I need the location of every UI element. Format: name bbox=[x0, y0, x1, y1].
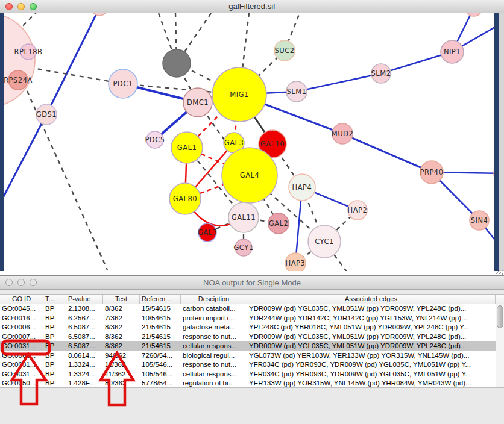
node-label-slm2: SLM2 bbox=[371, 69, 391, 78]
column-header-p-value[interactable]: P-value bbox=[66, 295, 103, 304]
p-value-cell[interactable]: 6.5087... bbox=[66, 323, 103, 332]
description-cell[interactable]: galactose meta... bbox=[181, 323, 247, 332]
column-header-referen[interactable]: Referen... bbox=[140, 295, 181, 304]
description-cell[interactable]: response to nut... bbox=[181, 360, 247, 370]
edge-dashed[interactable] bbox=[13, 60, 107, 270]
column-header-t[interactable]: T... bbox=[43, 295, 66, 304]
test-cell[interactable]: 8/362 bbox=[103, 323, 140, 332]
column-header-test[interactable]: Test bbox=[103, 295, 140, 304]
table-row[interactable]: GO:0007...BP6.5087...8/36221/54615respon… bbox=[0, 332, 496, 342]
edge-blue[interactable] bbox=[2, 114, 46, 199]
reference-cell[interactable]: 10/54615 bbox=[140, 314, 181, 323]
go-id-cell[interactable]: GO:0031... bbox=[0, 341, 43, 351]
edge-blue[interactable] bbox=[297, 73, 381, 92]
go-id-cell[interactable]: GO:0045... bbox=[0, 304, 43, 314]
node-label-gal11: GAL11 bbox=[232, 213, 256, 222]
associated-edges-cell[interactable]: YFR034C (pd) YBR093C, YDR009W (pd) YGL03… bbox=[247, 360, 496, 370]
network-window-titlebar[interactable]: galFiltered.sif bbox=[0, 0, 504, 13]
type-cell[interactable]: BP bbox=[43, 341, 66, 351]
associated-edges-cell[interactable]: YGL073W (pd) YER103W, YER133W (pp) YOR31… bbox=[247, 351, 496, 361]
node-pink-top2[interactable] bbox=[465, 13, 482, 16]
p-value-cell[interactable]: 8.0614... bbox=[66, 351, 103, 361]
go-id-cell[interactable]: GO:0065... bbox=[0, 351, 43, 361]
reference-cell[interactable]: 5778/54... bbox=[140, 379, 181, 387]
table-row[interactable]: GO:0065...BP8.0614...94/3627260/54...bio… bbox=[0, 351, 496, 361]
reference-cell[interactable]: 105/546... bbox=[140, 360, 181, 370]
description-cell[interactable]: biological regul... bbox=[181, 351, 247, 361]
associated-edges-cell[interactable]: YDR244W (pp) YDR142C, YDR142C (pp) YGL15… bbox=[247, 314, 496, 323]
reference-cell[interactable]: 7260/54... bbox=[140, 351, 181, 361]
column-header-desciption[interactable]: Desciption bbox=[181, 295, 247, 304]
reference-cell[interactable]: 105/546... bbox=[140, 370, 181, 379]
p-value-cell[interactable]: 6.2567... bbox=[66, 314, 103, 323]
column-header-associated-edges[interactable]: Associated edges bbox=[247, 295, 496, 304]
type-cell[interactable]: BP bbox=[43, 314, 66, 323]
go-id-cell[interactable]: GO:0031... bbox=[0, 360, 43, 370]
go-id-cell[interactable]: GO:0016... bbox=[0, 314, 43, 323]
p-value-cell[interactable]: 6.5087... bbox=[66, 332, 103, 342]
reference-cell[interactable]: 21/54615 bbox=[140, 341, 181, 351]
go-id-cell[interactable]: GO:0007... bbox=[0, 332, 43, 342]
table-row[interactable]: GO:0006...BP6.5087...8/36221/54615galact… bbox=[0, 323, 496, 332]
table-row[interactable]: GO:0031...BP6.5087...8/36221/54615cellul… bbox=[0, 341, 496, 351]
noa-window-titlebar[interactable]: NOA output for Single Mode bbox=[0, 276, 504, 290]
node-label-gds1: GDS1 bbox=[36, 110, 57, 119]
table-row[interactable]: GO:0031...BP1.3324...11/362105/546...res… bbox=[0, 360, 496, 370]
test-cell[interactable]: 8/362 bbox=[103, 332, 140, 342]
node-label-sin4: SIN4 bbox=[471, 216, 488, 225]
node-gray[interactable] bbox=[163, 49, 191, 77]
node-pink-top1[interactable] bbox=[92, 13, 107, 16]
description-cell[interactable]: carbon cataboli... bbox=[181, 304, 247, 314]
description-cell[interactable]: cellular respons... bbox=[181, 370, 247, 379]
description-cell[interactable]: response to nut... bbox=[181, 332, 247, 342]
type-cell[interactable]: BP bbox=[43, 304, 66, 314]
go-id-cell[interactable]: GO:0006... bbox=[0, 323, 43, 332]
node-label-gal7: GAL7 bbox=[198, 228, 218, 237]
type-cell[interactable]: BP bbox=[43, 323, 66, 332]
column-header-go-id[interactable]: GO ID bbox=[0, 295, 43, 304]
associated-edges-cell[interactable]: YDR009W (pd) YGL035C, YML051W (pp) YDR00… bbox=[247, 332, 496, 342]
description-cell[interactable]: protein import i... bbox=[181, 314, 247, 323]
type-cell[interactable]: BP bbox=[43, 360, 66, 370]
associated-edges-cell[interactable]: YDR009W (pd) YGL035C, YML051W (pp) YDR00… bbox=[247, 341, 496, 351]
test-cell[interactable]: 80/362 bbox=[103, 379, 140, 387]
type-cell[interactable]: BP bbox=[43, 351, 66, 361]
p-value-cell[interactable]: 6.5087... bbox=[66, 341, 103, 351]
p-value-cell[interactable]: 2.1308... bbox=[66, 304, 103, 314]
p-value-cell[interactable]: 1.428E... bbox=[66, 379, 103, 387]
type-cell[interactable]: BP bbox=[43, 332, 66, 342]
edge-blue[interactable] bbox=[342, 134, 432, 172]
type-cell[interactable]: BP bbox=[43, 379, 66, 387]
description-cell[interactable]: regulation of bi... bbox=[181, 379, 247, 387]
network-canvas[interactable]: RPL18BRPS24AGDS1PDC1DMC1MIG1SUC2SLM1SLM2… bbox=[0, 13, 504, 271]
test-cell[interactable]: 11/362 bbox=[103, 370, 140, 379]
description-cell[interactable]: cellular respons... bbox=[181, 341, 247, 351]
associated-edges-cell[interactable]: YDR009W (pd) YGL035C, YML051W (pp) YDR00… bbox=[247, 304, 496, 314]
table-vertical-scrollbar[interactable] bbox=[496, 304, 504, 387]
test-cell[interactable]: 8/362 bbox=[103, 341, 140, 351]
test-cell[interactable]: 94/362 bbox=[103, 351, 140, 361]
reference-cell[interactable]: 15/54615 bbox=[140, 304, 181, 314]
test-cell[interactable]: 11/362 bbox=[103, 360, 140, 370]
associated-edges-cell[interactable]: YFR034C (pd) YBR093C, YDR009W (pd) YGL03… bbox=[247, 370, 496, 379]
scrollbar-thumb[interactable] bbox=[497, 305, 503, 328]
test-cell[interactable]: 7/362 bbox=[103, 314, 140, 323]
node-big-left[interactable] bbox=[0, 13, 35, 107]
go-id-cell[interactable]: GO:0031... bbox=[0, 370, 43, 379]
associated-edges-cell[interactable]: YPL248C (pd) YBR018C, YML051W (pp) YDR00… bbox=[247, 323, 496, 332]
table-row[interactable]: GO:0045...BP2.1308...8/36215/54615carbon… bbox=[0, 304, 496, 314]
node-label-mud2: MUD2 bbox=[332, 129, 354, 138]
reference-cell[interactable]: 21/54615 bbox=[140, 332, 181, 342]
p-value-cell[interactable]: 1.3324... bbox=[66, 370, 103, 379]
edge-blue[interactable] bbox=[46, 13, 99, 114]
test-cell[interactable]: 8/362 bbox=[103, 304, 140, 314]
table-row[interactable]: GO:0050...BP1.428E...80/3625778/54...reg… bbox=[0, 379, 496, 387]
p-value-cell[interactable]: 1.3324... bbox=[66, 360, 103, 370]
go-id-cell[interactable]: GO:0050... bbox=[0, 379, 43, 387]
reference-cell[interactable]: 21/54615 bbox=[140, 323, 181, 332]
resize-grip[interactable] bbox=[496, 270, 503, 275]
table-row[interactable]: GO:0031...BP1.3324...11/362105/546...cel… bbox=[0, 370, 496, 379]
table-row[interactable]: GO:0016...BP6.2567...7/36210/54615protei… bbox=[0, 314, 496, 323]
type-cell[interactable]: BP bbox=[43, 370, 66, 379]
associated-edges-cell[interactable]: YER133W (pp) YOR315W, YNL145W (pd) YHR08… bbox=[247, 379, 496, 387]
